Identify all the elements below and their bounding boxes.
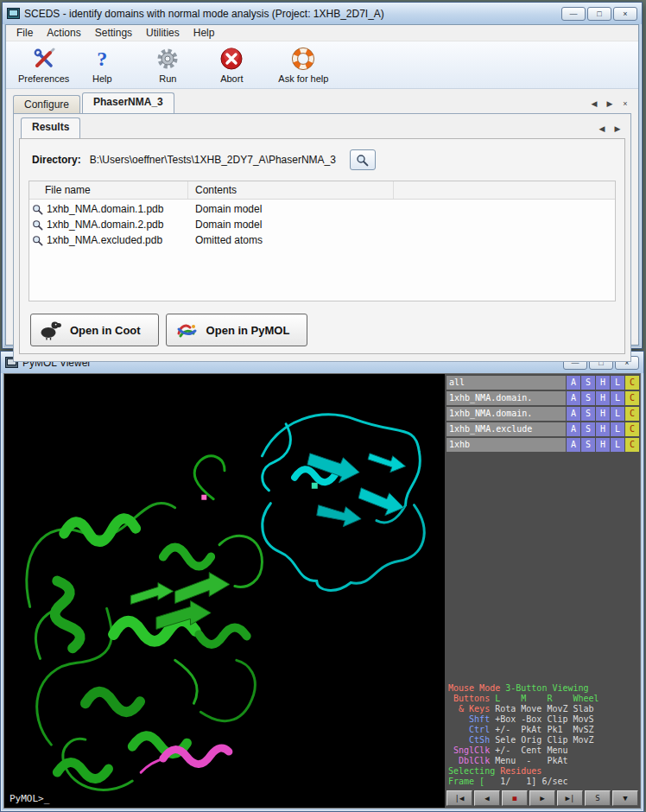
column-contents[interactable]: Contents	[188, 181, 394, 199]
menu-actions[interactable]: Actions	[40, 25, 87, 41]
step-back-button[interactable]: ◀	[474, 790, 500, 806]
preferences-label: Preferences	[18, 73, 69, 84]
file-contents: Domain model	[188, 203, 262, 215]
object-l-menu-button[interactable]: L	[611, 438, 624, 452]
sceds-titlebar[interactable]: SCEDS - identify domains with normal mod…	[3, 3, 642, 24]
help-button[interactable]: ? Help	[78, 44, 126, 86]
object-name[interactable]: all	[446, 376, 566, 390]
object-row: 1xhbASHLC	[446, 438, 639, 452]
results-tab-bar: Results ◀ ▶	[19, 116, 625, 138]
tab-configure[interactable]: Configure	[13, 95, 80, 114]
molecule-viewport[interactable]: PyMOL>_	[4, 374, 445, 808]
menu-utilities[interactable]: Utilities	[139, 25, 187, 41]
ask-for-help-label: Ask for help	[278, 73, 328, 84]
object-row: 1xhb_NMA.excludeASHLC	[446, 422, 639, 436]
object-a-menu-button[interactable]: A	[567, 376, 580, 390]
pymol-logo-icon	[175, 320, 199, 340]
menu-settings[interactable]: Settings	[88, 25, 139, 41]
menu-file[interactable]: File	[10, 25, 40, 41]
results-scroll-right-icon[interactable]: ▶	[611, 123, 624, 135]
close-button[interactable]: ×	[613, 7, 637, 21]
object-c-menu-button[interactable]: C	[625, 438, 639, 452]
object-name[interactable]: 1xhb	[446, 438, 566, 452]
abort-icon	[219, 46, 244, 72]
pymol-command-prompt[interactable]: PyMOL>_	[10, 793, 49, 804]
object-name[interactable]: 1xhb_NMA.exclude	[446, 422, 566, 436]
results-scroll-left-icon[interactable]: ◀	[596, 123, 608, 135]
object-h-menu-button[interactable]: H	[596, 376, 610, 390]
object-h-menu-button[interactable]: H	[596, 407, 610, 421]
rewind-button[interactable]: |◀	[446, 790, 472, 806]
table-row[interactable]: 1xhb_NMA.domain.2.pdb Domain model	[29, 217, 615, 232]
object-c-menu-button[interactable]: C	[625, 376, 639, 390]
menu-help[interactable]: Help	[187, 25, 222, 41]
stop-button[interactable]: ■	[502, 790, 528, 806]
phasernma-tab-content: Results ◀ ▶ Directory: B:\Users\oeffner\…	[13, 113, 631, 362]
object-a-menu-button[interactable]: A	[567, 422, 580, 436]
object-l-menu-button[interactable]: L	[611, 422, 624, 436]
file-table: File name Contents 1xhb_NMA.domain.1.pdb	[28, 181, 616, 301]
magnifier-icon	[32, 235, 43, 246]
run-label: Run	[159, 73, 176, 84]
column-file-name[interactable]: File name	[29, 181, 188, 199]
play-button[interactable]: ▶	[529, 790, 555, 806]
browse-directory-button[interactable]	[350, 149, 376, 170]
object-l-menu-button[interactable]: L	[611, 407, 624, 421]
table-row[interactable]: 1xhb_NMA.excluded.pdb Omitted atoms	[29, 232, 615, 248]
object-s-menu-button[interactable]: S	[581, 391, 595, 405]
object-c-menu-button[interactable]: C	[625, 422, 639, 436]
maximize-button[interactable]: □	[587, 7, 611, 21]
abort-label: Abort	[220, 73, 243, 84]
file-table-header[interactable]: File name Contents	[29, 181, 615, 200]
menubar: File Actions Settings Utilities Help	[6, 25, 638, 41]
tab-scroll-left-icon[interactable]: ◀	[588, 98, 600, 110]
ask-for-help-button[interactable]: Ask for help	[275, 44, 332, 86]
directory-label: Directory:	[32, 154, 81, 166]
tab-phasernma-3[interactable]: PhaserNMA_3	[82, 92, 174, 113]
mouse-help-line: Buttons L M R Wheel	[448, 694, 640, 704]
object-c-menu-button[interactable]: C	[625, 407, 639, 421]
object-c-menu-button[interactable]: C	[625, 391, 639, 405]
object-s-menu-button[interactable]: S	[581, 438, 595, 452]
object-s-menu-button[interactable]: S	[581, 422, 595, 436]
magnifier-icon	[356, 154, 369, 167]
panel-spacer	[445, 452, 640, 683]
object-name[interactable]: 1xhb_NMA.domain.	[446, 407, 566, 421]
directory-value: B:\Users\oeffner\Tests\1XHB_2DY7_A\Phase…	[90, 154, 336, 166]
table-row[interactable]: 1xhb_NMA.domain.1.pdb Domain model	[29, 201, 615, 217]
mouse-help-line: Ctrl +/- PkAt Pk1 MvSZ	[448, 725, 640, 735]
object-a-menu-button[interactable]: A	[567, 391, 580, 405]
object-panel: allASHLC1xhb_NMA.domain.ASHLC1xhb_NMA.do…	[445, 374, 640, 808]
file-contents: Omitted atoms	[188, 234, 263, 246]
object-h-menu-button[interactable]: H	[596, 422, 610, 436]
tab-results[interactable]: Results	[21, 117, 80, 138]
object-s-menu-button[interactable]: S	[581, 407, 595, 421]
mouse-help-line: Shft +Box -Box Clip MovS	[448, 714, 640, 725]
tab-scroll-right-icon[interactable]: ▶	[604, 98, 616, 110]
object-a-menu-button[interactable]: A	[567, 407, 580, 421]
lifering-icon	[292, 46, 314, 72]
object-h-menu-button[interactable]: H	[596, 438, 610, 452]
open-in-pymol-button[interactable]: Open in PyMOL	[166, 314, 308, 346]
coot-bird-icon	[40, 320, 62, 340]
sceds-window-title: SCEDS - identify domains with normal mod…	[24, 8, 384, 20]
object-a-menu-button[interactable]: A	[567, 438, 580, 452]
action-buttons: Open in Coot Open in PyMOL	[28, 301, 616, 346]
object-h-menu-button[interactable]: H	[596, 391, 610, 405]
tab-close-icon[interactable]: ×	[619, 98, 631, 110]
scene-button[interactable]: S	[585, 790, 611, 806]
object-row: 1xhb_NMA.domain.ASHLC	[446, 407, 639, 421]
open-in-coot-button[interactable]: Open in Coot	[30, 314, 159, 346]
step-forward-button[interactable]: ▶|	[557, 790, 583, 806]
preferences-button[interactable]: Preferences	[15, 44, 73, 86]
minimize-button[interactable]: —	[561, 7, 586, 21]
object-l-menu-button[interactable]: L	[611, 391, 624, 405]
gear-icon	[156, 46, 179, 72]
object-name[interactable]: 1xhb_NMA.domain.	[446, 391, 566, 405]
run-button[interactable]: Run	[143, 44, 192, 86]
playback-bar: |◀◀■▶▶|S▼	[445, 789, 640, 808]
panel-menu-button[interactable]: ▼	[612, 790, 638, 806]
abort-button[interactable]: Abort	[207, 44, 256, 86]
object-l-menu-button[interactable]: L	[611, 376, 624, 390]
object-s-menu-button[interactable]: S	[581, 376, 595, 390]
